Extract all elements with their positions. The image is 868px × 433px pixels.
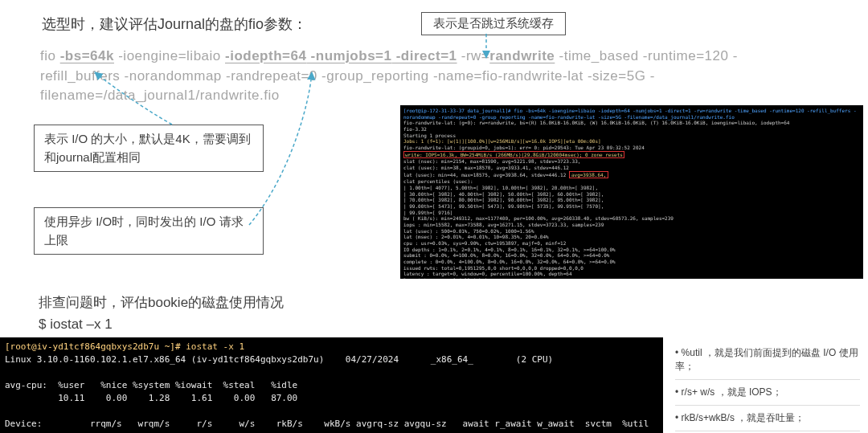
fio-arg-numjobs: -numjobs=1 — [306, 48, 391, 63]
heading-iostat-line1: 排查问题时，评估bookie的磁盘使用情况 — [39, 292, 284, 313]
fio-arg-iodepth: -iodepth=64 — [225, 48, 306, 63]
term-line: Run status group 0 (all jobs): — [403, 277, 860, 279]
term-line: | 99.00th=[ 5473], 99.50th=[ 5473], 99.9… — [403, 203, 860, 210]
fio-arg-randwrite: randwrite — [489, 48, 555, 63]
bullet-throughput: rkB/s+wkB/s ，就是吞吐量； — [675, 406, 860, 431]
term-line: submit : 0=0.0%, 4=100.0%, 8=0.0%, 16=0.… — [403, 252, 860, 259]
term-line: lat (usec) : 500=0.01%, 750=0.02%, 1000=… — [403, 228, 860, 235]
term-line: slat (nsec): min=2154, max=81590, avg=52… — [403, 158, 860, 165]
term-line: | 30.00th=[ 3982], 40.00th=[ 3982], 50.0… — [403, 191, 860, 198]
term-line: Jobs: 1 (f=1): [w(1)][100.0%][w=256MiB/s… — [403, 138, 860, 145]
bullet-util: %util ，就是我们前面提到的磁盘 I/O 使用率； — [675, 341, 860, 380]
fio-arg-ioengine: -ioengine=libaio — [114, 48, 225, 63]
term-line: Starting 1 process — [403, 133, 860, 139]
term-line: cpu : usr=0.03%, sys=9.90%, ctw=1953897,… — [403, 240, 860, 247]
term-line: latency : target=0, window=0, percentile… — [403, 271, 860, 277]
term-line: | 1.00th=[ 4077], 5.00th=[ 3982], 10.00t… — [403, 185, 860, 191]
term-line-highlight: write: IOPS=16.3k, BW=254MiB/s (266MB/s)… — [403, 151, 624, 159]
iostat-prompt: [root@iv-yd1tcf864gqbxys2db7u ~]# iostat… — [5, 341, 244, 352]
term-line: [root@ip-172-31-33-37 data_journal1]# fi… — [403, 108, 860, 120]
fio-arg-bs: -bs=64k — [60, 48, 114, 63]
term-line: lat (msec) : 2=0.01%, 4=0.01%, 10=98.35%… — [403, 234, 860, 240]
term-line: lat (usec): min=44, max=18575, avg=3938.… — [403, 171, 860, 179]
heading-iostat-line2: $ iostat –x 1 — [39, 313, 284, 335]
slide: 选型时，建议评估Journal的盘的fio参数： 表示是否跳过系统缓存 fio … — [0, 0, 868, 433]
term-line: clat percentiles (usec): — [403, 178, 860, 185]
fio-arg-rw: -rw= — [457, 48, 490, 63]
heading-iostat: 排查问题时，评估bookie的磁盘使用情况 $ iostat –x 1 — [39, 292, 284, 335]
iostat-line: 10.11 0.00 1.28 1.61 0.00 87.00 — [5, 393, 297, 403]
term-line: complete : 0=0.0%, 4=100.0%, 8=0.0%, 16=… — [403, 259, 860, 265]
term-line: issued rwts: total=0,1951295,0,0 short=0… — [403, 265, 860, 272]
callout-direct-cache: 表示是否跳过系统缓存 — [421, 12, 566, 35]
term-line: | 99.99th=[ 9716] — [403, 210, 860, 216]
fio-arg-direct: -direct=1 — [391, 48, 457, 63]
term-line: fio-randwrite-lat: (g=0): rw=randwrite, … — [403, 120, 860, 126]
fio-cmd-prefix: fio — [40, 48, 60, 63]
term-line: fio-3.32 — [403, 126, 860, 133]
callout-async-depth: 使用异步 I/O时，同时发出的 I/O 请求上限 — [34, 207, 264, 255]
iostat-line: Device: rrqm/s wrqm/s r/s w/s rkB/s wkB/… — [5, 419, 649, 429]
term-line: IO depths : 1=0.1%, 2=0.1%, 4=0.1%, 8=0.… — [403, 247, 860, 253]
bullet-list-iostat-explain: %util ，就是我们前面提到的磁盘 I/O 使用率； r/s+ w/s ，就是… — [675, 341, 860, 433]
terminal-fio-output: [root@ip-172-31-33-37 data_journal1]# fi… — [400, 105, 863, 279]
term-line: iops : min=15582, max=73588, avg=16271.1… — [403, 222, 860, 228]
term-line: clat (usec): min=38, max=18570, avg=3933… — [403, 165, 860, 171]
callout-io-size: 表示 I/O 的大小，默认是4K，需要调到和journal配置相同 — [34, 125, 264, 172]
term-line: bw ( KiB/s): min=249312, max=1177400, pe… — [403, 215, 860, 222]
term-line: | 70.00th=[ 3982], 80.00th=[ 3982], 90.0… — [403, 197, 860, 203]
terminal-iostat-output: [root@iv-yd1tcf864gqbxys2db7u ~]# iostat… — [0, 337, 663, 433]
term-line: fio-randwrite-lat: (groupid=0, jobs=1): … — [403, 145, 860, 151]
iostat-line: Linux 3.10.0-1160.102.1.el7.x86_64 (iv-y… — [5, 354, 553, 365]
heading-evaluate-fio: 选型时，建议评估Journal的盘的fio参数： — [42, 14, 307, 34]
bullet-iops: r/s+ w/s ，就是 IOPS； — [675, 380, 860, 406]
iostat-line: avg-cpu: %user %nice %system %iowait %st… — [5, 380, 297, 390]
fio-command-text: fio -bs=64k -ioengine=libaio -iodepth=64… — [40, 47, 780, 106]
